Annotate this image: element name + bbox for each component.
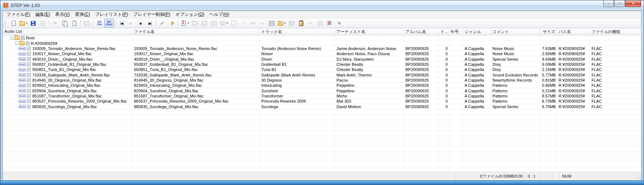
- close-button[interactable]: ×: [625, 0, 641, 7]
- audio-file-row[interactable]: FLAC✓883537_Princesita_Reworks_2009_Orig…: [3, 99, 641, 104]
- audio-file-row[interactable]: FLAC✓829904_Sunshine_Original_Mix.flac82…: [3, 88, 641, 93]
- tree-expander-icon[interactable]: -: [15, 42, 18, 45]
- audio-file-row[interactable]: FLAC✓885830_Sucolega_Original_Mix.flac88…: [3, 104, 641, 109]
- tag-grid-3-button[interactable]: [209, 19, 219, 28]
- menu-item-options[interactable]: オプション(O): [173, 11, 207, 18]
- column-header-track-no[interactable]: ト...: [439, 28, 449, 35]
- audio-file-row[interactable]: FLAC✓193017_Noiser_Original_Mix.flac1930…: [3, 51, 641, 56]
- column-header-year[interactable]: 年号: [449, 28, 463, 35]
- tree-node-label: R:¥20090925¥: [31, 41, 57, 46]
- file-checkbox[interactable]: ✓: [27, 83, 31, 87]
- menu-item-player-control[interactable]: プレイヤー制御(P): [131, 11, 173, 18]
- file-checkbox[interactable]: ✓: [27, 78, 31, 82]
- new-file-button[interactable]: [9, 19, 18, 28]
- cell-size: 0.80MB: [541, 83, 557, 88]
- title-bar[interactable]: S STEP Ver 1.03 – □ ×: [0, 0, 644, 11]
- column-header-album-name[interactable]: アルバム名: [404, 28, 439, 35]
- stamp-tag-button[interactable]: ▼: [219, 19, 229, 28]
- file-checkbox[interactable]: ✓: [27, 105, 31, 108]
- prev-track-button[interactable]: |◀: [117, 19, 126, 28]
- audio-file-row[interactable]: FLAC✓733339_Gallopade_Mark_Ankh_Remix.fl…: [3, 72, 641, 77]
- save-button[interactable]: [29, 19, 38, 28]
- stop-button[interactable]: ■: [136, 19, 145, 28]
- paste-add-button[interactable]: +: [296, 19, 306, 28]
- list-body[interactable]: -✓Root-✓R:¥20090925¥FLAC✓193005_Tornado_…: [3, 35, 641, 172]
- sif-id3v2-button[interactable]: SIF/ID3v2: [104, 19, 114, 28]
- menu-item-help[interactable]: ヘルプ(H): [207, 11, 232, 18]
- cell-genre: A Cappella: [463, 62, 491, 67]
- help-button[interactable]: ?: [167, 19, 177, 28]
- menu-item-convert[interactable]: 変換(C): [73, 11, 93, 18]
- delete-item-button[interactable]: ×: [239, 19, 248, 28]
- menu-item-edit[interactable]: 編集(E): [33, 11, 52, 18]
- id3-tag-button[interactable]: ID3TAG: [95, 19, 104, 28]
- cell-file-name: 193005_Tornado_Anderson_Noise_Remix.flac: [132, 46, 260, 51]
- audio-file-row[interactable]: FLAC✓193005_Tornado_Anderson_Noise_Remix…: [3, 46, 641, 51]
- audio-file-row[interactable]: FLAC✓814945_30_Degress_Original_Mix.flac…: [3, 78, 641, 83]
- case-convert-button[interactable]: Aa: [258, 19, 267, 28]
- menu-item-file[interactable]: ファイル(F): [4, 11, 33, 18]
- column-header-genre[interactable]: ジャンル: [463, 28, 491, 35]
- tag-grid-1-button[interactable]: [190, 19, 200, 28]
- column-header-comment[interactable]: コメント: [491, 28, 541, 35]
- file-checkbox[interactable]: ✓: [27, 89, 31, 93]
- grid-edit-button[interactable]: [82, 19, 92, 28]
- file-checkbox[interactable]: ✓: [27, 47, 31, 50]
- doc-check-button[interactable]: [229, 19, 239, 28]
- audio-file-row[interactable]: FLAC✓851687_Transformer_Original_Mix.fla…: [3, 93, 641, 99]
- resize-grip[interactable]: [635, 172, 641, 180]
- cell-comment: Special Series: [491, 56, 541, 61]
- file-checkbox[interactable]: ✓: [27, 99, 31, 103]
- menu-item-playlist[interactable]: プレイリスト(P): [92, 11, 131, 18]
- import-tags-button[interactable]: →: [267, 19, 277, 28]
- file-checkbox[interactable]: ✓: [27, 73, 31, 77]
- tree-folder-row[interactable]: -✓R:¥20090925¥: [3, 40, 641, 46]
- tree-checkbox[interactable]: ✓: [21, 36, 25, 40]
- maximize-button[interactable]: □: [614, 0, 625, 7]
- column-header-file-type[interactable]: ファイルの種類: [590, 28, 642, 35]
- tree-folder-row[interactable]: -✓Root: [3, 35, 641, 40]
- menu-item-view[interactable]: 表示(V): [52, 11, 72, 18]
- column-header-path[interactable]: パス名: [557, 28, 590, 35]
- play-button[interactable]: ▶: [126, 19, 136, 28]
- audio-file-row[interactable]: FLAC✓550851_Turia_B1_Original_Mix.flac55…: [3, 67, 641, 72]
- minimize-button[interactable]: –: [603, 0, 614, 7]
- tree-expander-icon[interactable]: -: [10, 36, 14, 40]
- tree-checkbox[interactable]: ✓: [26, 42, 29, 45]
- film-grid-button[interactable]: [287, 19, 296, 28]
- paste-button[interactable]: [70, 19, 79, 28]
- cut-button[interactable]: ✂: [51, 19, 60, 28]
- column-header-track-name[interactable]: トラック名: [260, 28, 335, 35]
- stamp-tag-dropdown-caret[interactable]: ▼: [226, 22, 228, 24]
- playlist-colors-button[interactable]: [325, 19, 335, 28]
- copy-button[interactable]: [60, 19, 70, 28]
- new-folder-dropdown-caret[interactable]: ▼: [284, 22, 286, 24]
- settings-tool-button[interactable]: [158, 19, 167, 28]
- file-checkbox[interactable]: ✓: [27, 68, 31, 71]
- new-folder-button[interactable]: *▼: [277, 19, 287, 28]
- abc-check-button[interactable]: ABC: [248, 19, 258, 28]
- audio-file-row[interactable]: FLAC✓493019_Drivin__Original_Mix.flac493…: [3, 56, 641, 61]
- file-checkbox[interactable]: ✓: [27, 63, 31, 66]
- file-checkbox[interactable]: ✓: [27, 94, 31, 98]
- file-checkbox[interactable]: ✓: [27, 52, 31, 56]
- grey-box-button[interactable]: [316, 19, 325, 28]
- next-track-button[interactable]: ▶|: [145, 19, 155, 28]
- cell-album-name: BP20090925: [404, 78, 439, 83]
- column-header-file-name[interactable]: ファイル名: [132, 28, 260, 35]
- audio-file-row[interactable]: FLAC✓829903_Intoxicating_Original_Mix.fl…: [3, 83, 641, 88]
- tag-grid-2-button[interactable]: [200, 19, 209, 28]
- reload-button[interactable]: ↻: [38, 19, 48, 28]
- rename-from-tag-button[interactable]: 1▼: [180, 19, 190, 28]
- column-header-size[interactable]: サイズ: [541, 28, 557, 35]
- column-header-audio-list[interactable]: Audio List: [3, 28, 132, 35]
- file-checkbox[interactable]: ✓: [27, 57, 31, 61]
- column-header-artist-name[interactable]: アーティスト名: [335, 28, 404, 35]
- toolbar-grip[interactable]: [5, 20, 7, 26]
- pen-edit-button[interactable]: ✎: [335, 19, 344, 28]
- audio-file-row[interactable]: FLAC✓550837_Goldenball_B1_Original_Mix.f…: [3, 62, 641, 67]
- rename-from-tag-dropdown-caret[interactable]: ▼: [187, 22, 189, 24]
- open-file-dropdown-caret[interactable]: ▼: [26, 22, 28, 24]
- open-file-button[interactable]: ▼: [18, 19, 29, 28]
- b-format-button[interactable]: .B.: [306, 19, 316, 28]
